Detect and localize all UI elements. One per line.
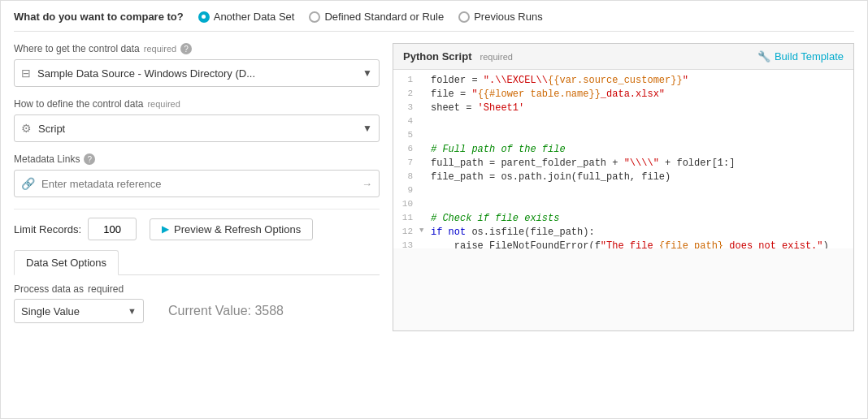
preview-refresh-button[interactable]: ▶ Preview & Refresh Options [150, 218, 313, 240]
radio-previous-runs[interactable]: Previous Runs [458, 11, 543, 23]
metadata-input[interactable] [41, 178, 362, 190]
options-row: Limit Records: ▶ Preview & Refresh Optio… [14, 209, 380, 247]
radio-circle-defined [309, 11, 320, 23]
code-line-4: 4 [393, 116, 853, 130]
left-panel: Where to get the control data required ?… [14, 43, 380, 331]
play-icon: ▶ [162, 223, 169, 235]
code-line-7: 7 full_path = parent_folder_path + "\\\\… [393, 158, 853, 171]
code-line-1: 1 folder = ".\\EXCEL\\{{var.source_custo… [393, 75, 853, 89]
metadata-section: Metadata Links ? 🔗 → [14, 153, 380, 197]
code-header: Python Script required 🔧 Build Template [393, 44, 853, 70]
control-data-help-icon[interactable]: ? [180, 43, 192, 54]
code-line-6: 6 # Full path of the file [393, 144, 853, 158]
metadata-send-icon[interactable]: → [362, 178, 372, 190]
process-section: Process data as required Single Value ▼ … [14, 275, 380, 331]
code-line-2: 2 file = "{{#lower table.name}}_data.xls… [393, 89, 853, 102]
code-line-8: 8 file_path = os.path.join(full_path, fi… [393, 171, 853, 185]
define-data-section: How to define the control data required … [14, 98, 380, 142]
code-area[interactable]: 1 folder = ".\\EXCEL\\{{var.source_custo… [393, 70, 853, 248]
code-line-12: 12 ▼ if not os.isfile(file_path): [393, 227, 853, 240]
define-data-label: How to define the control data required [14, 98, 380, 110]
build-template-button[interactable]: 🔧 Build Template [757, 50, 844, 63]
process-arrow-icon: ▼ [128, 306, 137, 316]
radio-defined-standard[interactable]: Defined Standard or Rule [309, 11, 444, 23]
process-select[interactable]: Single Value ▼ [14, 299, 144, 323]
define-arrow-icon: ▼ [362, 123, 372, 134]
current-value-label: Current Value: 3588 [168, 304, 284, 318]
content-row: Where to get the control data required ?… [14, 43, 854, 331]
define-select[interactable]: ⚙ Script ▼ [14, 114, 380, 142]
compare-bar: What do you want to compare to? Another … [14, 11, 854, 32]
compare-question: What do you want to compare to? [14, 11, 184, 23]
script-icon: ⚙ [21, 122, 32, 135]
datasource-value: Sample Data Source - Windows Directory (… [37, 67, 358, 80]
tab-dataset-options[interactable]: Data Set Options [14, 250, 119, 275]
radio-another-dataset[interactable]: Another Data Set [198, 11, 295, 23]
code-line-10: 10 [393, 199, 853, 213]
main-container: What do you want to compare to? Another … [0, 0, 868, 419]
limit-group: Limit Records: [14, 218, 137, 240]
radio-circle-previous [458, 11, 470, 23]
metadata-help-icon[interactable]: ? [84, 153, 95, 165]
datasource-arrow-icon: ▼ [362, 67, 372, 79]
define-value: Script [38, 123, 358, 135]
code-line-3: 3 sheet = 'Sheet1' [393, 102, 853, 116]
limit-input[interactable] [88, 218, 137, 240]
control-data-section: Where to get the control data required ?… [14, 43, 380, 87]
control-data-label: Where to get the control data required ? [14, 43, 380, 54]
right-panel: Python Script required 🔧 Build Template … [393, 43, 854, 331]
datasource-select[interactable]: ⊟ Sample Data Source - Windows Directory… [14, 59, 380, 87]
database-icon: ⊟ [21, 67, 31, 80]
metadata-input-row: 🔗 → [14, 170, 380, 197]
metadata-label: Metadata Links ? [14, 153, 380, 165]
radio-circle-another [198, 11, 210, 23]
code-line-9: 9 [393, 185, 853, 199]
wrench-icon: 🔧 [757, 50, 770, 63]
link-icon: 🔗 [21, 177, 35, 190]
code-line-5: 5 [393, 130, 853, 144]
tabs-bar: Data Set Options [14, 250, 380, 275]
python-script-label: Python Script [403, 50, 472, 63]
process-value: Single Value [21, 305, 128, 317]
limit-label: Limit Records: [14, 223, 81, 235]
code-line-13: 13 raise FileNotFoundError(f"The file {f… [393, 240, 853, 248]
code-line-11: 11 # Check if file exists [393, 213, 853, 227]
process-label: Process data as required [14, 283, 380, 295]
